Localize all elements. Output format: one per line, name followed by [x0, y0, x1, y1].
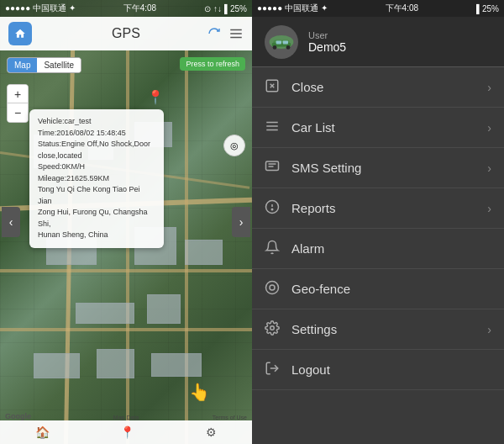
user-label: User [308, 30, 346, 40]
vehicle-name: Vehicle:car_test [38, 116, 155, 128]
geofence-label: Geo-fence [291, 282, 491, 296]
user-name: Demo5 [308, 40, 346, 54]
bottom-home-icon[interactable]: 🏠 [35, 426, 50, 439]
menu-list: Close›Car List›SMS Setting›Reports›Alarm… [252, 67, 504, 390]
geofence-icon [265, 280, 288, 299]
location-pin: 📍 [147, 89, 164, 105]
close-label: Close [291, 80, 487, 94]
svg-point-7 [286, 45, 291, 50]
terms-label: Terms of Use [213, 415, 247, 420]
status-carrier: ●●●●● 中国联通 ✦ [5, 3, 76, 14]
menu-item-logout[interactable]: Logout [252, 350, 504, 390]
svg-point-20 [270, 285, 275, 290]
vehicle-address2: Zong Hui, Furong Qu, Changsha Shi, [38, 207, 155, 230]
close-chevron: › [487, 81, 491, 94]
svg-point-21 [270, 325, 275, 330]
nav-arrow-right[interactable]: › [232, 207, 250, 237]
right-status-bar: ●●●●● 中国联通 ✦ 下午4:08 ▌25% [252, 0, 504, 17]
sms-chevron: › [487, 161, 491, 175]
top-bar: GPS [0, 17, 252, 50]
user-info: User Demo5 [308, 30, 346, 54]
right-menu-panel: ●●●●● 中国联通 ✦ 下午4:08 ▌25% User Demo5 Clos… [252, 0, 504, 444]
status-battery: ⊙ ↑↓ ▌25% [204, 4, 247, 13]
reports-chevron: › [487, 202, 491, 215]
menu-header: User Demo5 [252, 17, 504, 67]
settings-label: Settings [291, 322, 487, 336]
svg-point-19 [266, 281, 279, 293]
page-title: GPS [112, 26, 140, 41]
vehicle-time: Time:2016/08/02 15:48:45 [38, 128, 155, 140]
alarm-icon [265, 240, 288, 258]
building [76, 303, 134, 324]
building [185, 240, 223, 265]
vehicle-status2: close,located [38, 151, 155, 162]
menu-item-settings[interactable]: Settings› [252, 309, 504, 350]
vehicle-address3: Hunan Sheng, China [38, 230, 155, 241]
building [97, 349, 134, 378]
menu-item-close[interactable]: Close› [252, 67, 504, 108]
status-bar: ●●●●● 中国联通 ✦ 下午4:08 ⊙ ↑↓ ▌25% [0, 0, 252, 17]
sms-icon [265, 159, 288, 177]
car-list-chevron: › [487, 121, 491, 135]
building [34, 353, 80, 378]
user-avatar [265, 25, 298, 59]
svg-rect-8 [276, 40, 281, 44]
building [151, 353, 202, 377]
menu-item-sms[interactable]: SMS Setting› [252, 148, 504, 188]
building [147, 294, 181, 324]
map-tab[interactable]: Map [8, 58, 37, 72]
refresh-button[interactable]: Press to refresh [180, 57, 245, 71]
svg-point-6 [273, 45, 277, 50]
logout-icon [265, 361, 288, 379]
svg-point-18 [271, 209, 273, 210]
compass-button[interactable]: ◎ [223, 135, 245, 156]
menu-item-car-list[interactable]: Car List› [252, 108, 504, 148]
car-list-icon [265, 119, 288, 137]
google-logo: Google [5, 412, 31, 420]
zoom-controls: + − [7, 84, 29, 123]
vehicle-speed: Speed:0KM/H Mileage:21625.59KM [38, 161, 155, 184]
menu-icon[interactable] [228, 26, 244, 41]
menu-item-geofence[interactable]: Geo-fence [252, 269, 504, 309]
map-satellite-toggle[interactable]: Map Satellite [7, 57, 81, 73]
home-button[interactable] [8, 22, 32, 45]
hand-cursor-icon: 👆 [189, 382, 210, 402]
settings-chevron: › [487, 323, 491, 336]
bottom-settings-icon[interactable]: ⚙ [206, 426, 217, 439]
bottom-location-icon[interactable]: 📍 [120, 426, 134, 439]
nav-arrow-left[interactable]: ‹ [2, 207, 20, 237]
logout-label: Logout [291, 362, 491, 377]
menu-item-alarm[interactable]: Alarm [252, 229, 504, 269]
svg-rect-9 [283, 40, 288, 44]
close-icon [265, 78, 288, 97]
refresh-icon[interactable] [207, 26, 222, 41]
vehicle-status: Status:Engine Off,No Shock,Door [38, 139, 155, 151]
reports-icon [265, 199, 288, 218]
left-map-panel: ●●●●● 中国联通 ✦ 下午4:08 ⊙ ↑↓ ▌25% GPS [0, 0, 252, 444]
map-data-label: Map Data [113, 415, 139, 420]
sms-label: SMS Setting [291, 161, 487, 175]
reports-label: Reports [291, 201, 487, 215]
info-bubble[interactable]: Vehicle:car_test Time:2016/08/02 15:48:4… [29, 109, 164, 248]
menu-item-reports[interactable]: Reports› [252, 188, 504, 229]
car-list-label: Car List [291, 120, 487, 135]
alarm-label: Alarm [291, 241, 491, 256]
settings-icon [265, 320, 288, 339]
satellite-tab[interactable]: Satellite [37, 58, 81, 72]
zoom-in-button[interactable]: + [8, 85, 28, 103]
vehicle-address1: Tong Yu Qi Che Kong Tiao Pei Jian [38, 184, 155, 207]
bottom-bar: 🏠 📍 ⚙ [0, 420, 252, 444]
zoom-out-button[interactable]: − [8, 103, 28, 122]
